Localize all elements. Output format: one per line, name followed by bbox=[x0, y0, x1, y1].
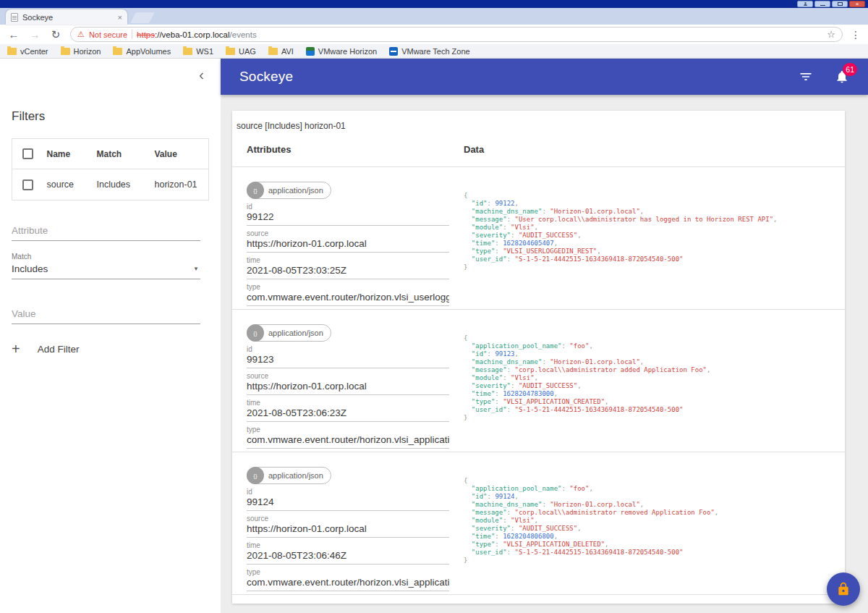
events-list: {}application/jsonid99122sourcehttps://h… bbox=[232, 167, 845, 595]
minimize-icon bbox=[820, 5, 825, 6]
minimize-button[interactable] bbox=[814, 1, 830, 7]
new-tab-button[interactable] bbox=[130, 12, 155, 23]
field-value: com.vmware.event.router/horizon.vlsi_use… bbox=[247, 291, 449, 306]
event-attributes: {}application/jsonid99122sourcehttps://h… bbox=[232, 167, 449, 309]
events-table-header: Attributes Data bbox=[232, 131, 845, 167]
field-value: https://horizon-01.corp.local bbox=[247, 523, 449, 538]
column-header-match: Match bbox=[97, 139, 155, 169]
field-value: https://horizon-01.corp.local bbox=[247, 237, 449, 253]
app-header: Sockeye 61 bbox=[221, 59, 868, 95]
bookmark-item[interactable]: AppVolumes bbox=[113, 47, 171, 56]
event-json: { "application_pool_name": "foo", "id": … bbox=[464, 477, 830, 565]
add-filter-label: Add Filter bbox=[38, 344, 80, 355]
content-type-chip[interactable]: {}application/json bbox=[247, 182, 331, 199]
content-type-label: application/json bbox=[268, 186, 323, 195]
bookmark-label: vCenter bbox=[20, 47, 48, 56]
plus-icon: + bbox=[12, 342, 20, 356]
attribute-field-time: time2021-08-05T23:06:23Z bbox=[247, 399, 449, 422]
close-button[interactable]: × bbox=[849, 1, 865, 7]
field-label: source bbox=[247, 229, 449, 237]
content-type-chip[interactable]: {}application/json bbox=[247, 324, 331, 342]
bookmark-item[interactable]: WS1 bbox=[183, 47, 213, 56]
notification-badge: 61 bbox=[843, 63, 857, 76]
field-value: 99122 bbox=[247, 211, 449, 226]
field-value: 2021-08-05T23:06:23Z bbox=[247, 407, 449, 422]
event-json: { "application_pool_name": "foo", "id": … bbox=[464, 334, 830, 422]
value-placeholder: Value bbox=[12, 308, 200, 319]
column-header-name: Name bbox=[47, 139, 97, 169]
add-filter-button[interactable]: + Add Filter bbox=[12, 342, 79, 356]
filter-row-name: source bbox=[47, 169, 97, 200]
field-value: https://horizon-01.corp.local bbox=[247, 380, 449, 395]
value-input[interactable]: Value bbox=[12, 308, 200, 324]
attribute-field-source: sourcehttps://horizon-01.corp.local bbox=[247, 229, 449, 253]
event-row: {}application/jsonid99122sourcehttps://h… bbox=[232, 167, 845, 310]
match-select[interactable]: Match Includes ▼ bbox=[12, 253, 200, 279]
select-all-checkbox[interactable] bbox=[22, 148, 33, 159]
field-value: 99124 bbox=[247, 496, 449, 511]
bookmark-item[interactable]: vCenter bbox=[7, 47, 48, 56]
bookmark-item[interactable]: VMware Tech Zone bbox=[389, 47, 470, 56]
forward-icon[interactable]: → bbox=[28, 28, 41, 41]
chevron-down-icon: ▼ bbox=[193, 266, 199, 272]
attribute-field-type: typecom.vmware.event.router/horizon.vlsi… bbox=[247, 568, 449, 591]
field-label: id bbox=[247, 488, 449, 496]
warning-icon[interactable]: ⚠ bbox=[77, 30, 85, 38]
screen: × Sockeye × ← → ↻ ⚠ Not secure https://v… bbox=[0, 0, 868, 613]
bookmark-label: VMware Tech Zone bbox=[401, 47, 470, 56]
match-selected-value: Includes bbox=[12, 263, 48, 274]
bookmark-label: UAG bbox=[239, 47, 256, 56]
field-value: com.vmware.event.router/horizon.vlsi_app… bbox=[247, 576, 449, 591]
event-data: { "id": 99122, "machine_dns_name": "Hori… bbox=[449, 167, 845, 309]
bookmark-item[interactable]: VMware Horizon bbox=[306, 47, 377, 56]
bookmark-star-icon[interactable]: ☆ bbox=[827, 29, 835, 40]
json-type-icon: {} bbox=[247, 182, 264, 199]
filter-table: Name Match Value source Includes horizon… bbox=[12, 138, 209, 200]
field-label: time bbox=[247, 541, 449, 549]
horizon-icon bbox=[306, 47, 315, 56]
field-label: source bbox=[247, 372, 449, 380]
field-label: time bbox=[247, 399, 449, 407]
main-column: Sockeye 61 source [Includes] horizon-01 … bbox=[221, 59, 868, 613]
main-content: source [Includes] horizon-01 Attributes … bbox=[221, 95, 868, 613]
back-icon[interactable]: ← bbox=[7, 28, 20, 41]
attribute-field-type: typecom.vmware.event.router/horizon.vlsi… bbox=[247, 426, 449, 449]
bookmark-item[interactable]: AVI bbox=[268, 47, 294, 56]
bookmark-item[interactable]: Horizon bbox=[61, 47, 101, 56]
collapse-sidebar-icon[interactable] bbox=[193, 67, 210, 85]
omnibox-divider bbox=[132, 30, 132, 39]
event-attributes: {}application/jsonid99123sourcehttps://h… bbox=[232, 310, 449, 452]
attribute-placeholder: Attribute bbox=[12, 225, 200, 236]
profile-icon[interactable] bbox=[797, 1, 813, 7]
field-label: id bbox=[247, 345, 449, 353]
window-controls: × bbox=[797, 1, 865, 7]
content-type-chip[interactable]: {}application/json bbox=[247, 467, 331, 484]
bookmark-label: AppVolumes bbox=[126, 47, 171, 56]
address-bar[interactable]: ⚠ Not secure https://veba-01.corp.local/… bbox=[70, 27, 843, 42]
browser-menu-icon[interactable]: ⋮ bbox=[851, 29, 861, 41]
filter-row-checkbox[interactable] bbox=[22, 179, 33, 190]
bookmark-label: WS1 bbox=[196, 47, 213, 56]
attribute-input[interactable]: Attribute bbox=[12, 225, 200, 241]
refresh-icon[interactable]: ↻ bbox=[49, 28, 62, 41]
attribute-field-source: sourcehttps://horizon-01.corp.local bbox=[247, 515, 449, 538]
field-value: 2021-08-05T23:06:46Z bbox=[247, 549, 449, 565]
tab-close-icon[interactable]: × bbox=[118, 13, 122, 22]
filter-list-icon[interactable] bbox=[799, 69, 813, 84]
field-label: type bbox=[247, 568, 449, 576]
attribute-field-time: time2021-08-05T23:06:46Z bbox=[247, 541, 449, 565]
notifications-button[interactable]: 61 bbox=[835, 69, 849, 84]
filter-row[interactable]: source Includes horizon-01 bbox=[12, 169, 209, 200]
maximize-button[interactable] bbox=[832, 1, 848, 7]
techzone-icon bbox=[389, 47, 398, 56]
bookmark-item[interactable]: UAG bbox=[226, 47, 256, 56]
security-label[interactable]: Not secure bbox=[89, 30, 127, 39]
event-json: { "id": 99122, "machine_dns_name": "Hori… bbox=[464, 192, 830, 271]
lock-fab-button[interactable] bbox=[827, 572, 860, 606]
field-label: source bbox=[247, 515, 449, 523]
browser-tab[interactable]: Sockeye × bbox=[6, 9, 127, 25]
tab-strip: Sockeye × bbox=[0, 8, 868, 25]
url-text[interactable]: https://veba-01.corp.local/events bbox=[137, 30, 822, 39]
url-scheme: https bbox=[137, 30, 155, 39]
attribute-field-id: id99122 bbox=[247, 203, 449, 226]
